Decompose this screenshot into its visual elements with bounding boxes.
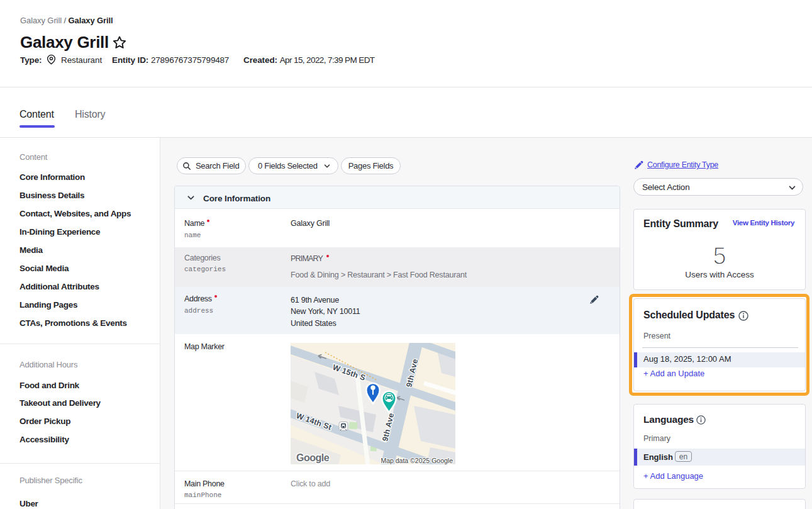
svg-text:Google: Google — [296, 452, 330, 463]
svg-text:5: 5 — [713, 243, 726, 269]
svg-text:Map data ©2025 Google: Map data ©2025 Google — [381, 456, 453, 464]
